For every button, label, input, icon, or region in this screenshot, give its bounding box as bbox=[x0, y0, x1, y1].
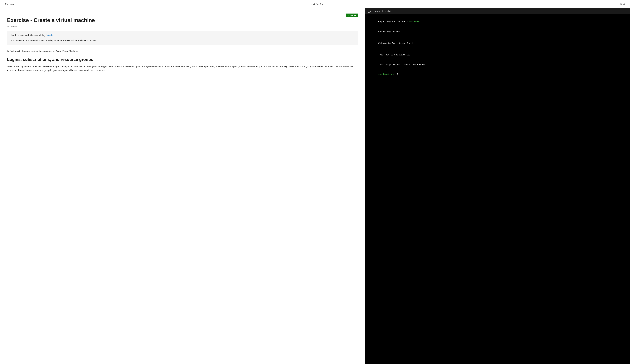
shell-line-3: Welcome to Azure Cloud Shell bbox=[368, 38, 627, 48]
shell-line-1-success: Succeeded. bbox=[409, 20, 422, 23]
sandbox-status-prefix: Sandbox activated! Time remaining: bbox=[10, 34, 46, 36]
shell-empty-2 bbox=[368, 48, 627, 50]
shell-line-4: Type "az" to use Azure CLI bbox=[368, 50, 627, 60]
xp-value: 100 XP bbox=[350, 14, 356, 16]
cloud-shell-panel: | Azure Cloud Shell Requesting a Cloud S… bbox=[365, 8, 630, 364]
shell-line-4-text: Type "az" to use Azure CLI bbox=[378, 54, 410, 56]
shell-prompt-line: sandbox@Azure:~$ bbox=[368, 73, 627, 76]
shell-prompt-user: sandbox@Azure bbox=[378, 73, 394, 75]
sandbox-usage-text: You have used 2 of 10 sandboxes for toda… bbox=[10, 39, 354, 42]
top-navigation: ‹ Previous Unit 2 of 9 ∨ Next › bbox=[0, 0, 630, 8]
previous-label: Previous bbox=[5, 3, 14, 5]
sandbox-time-link[interactable]: 58 min bbox=[46, 34, 53, 36]
shell-empty-3 bbox=[368, 70, 627, 71]
lesson-panel: ✓ 100 XP Exercise - Create a virtual mac… bbox=[0, 8, 365, 364]
shell-line-3-text: Welcome to Azure Cloud Shell bbox=[378, 42, 413, 44]
shell-title: Azure Cloud Shell bbox=[375, 10, 392, 12]
previous-button[interactable]: ‹ Previous bbox=[4, 3, 14, 5]
shell-refresh-icon[interactable] bbox=[368, 10, 371, 13]
shell-line-2-text: Connecting terminal... bbox=[378, 30, 406, 33]
sandbox-status: Sandbox activated! Time remaining: 58 mi… bbox=[10, 34, 354, 36]
body-text-italic: resource group bbox=[296, 65, 312, 68]
sandbox-info-box: Sandbox activated! Time remaining: 58 mi… bbox=[7, 31, 358, 45]
unit-dropdown-icon: ∨ bbox=[322, 3, 323, 5]
previous-chevron-icon: ‹ bbox=[4, 3, 4, 5]
intro-text: Let's start with the most obvious task: … bbox=[7, 49, 358, 53]
next-button[interactable]: Next › bbox=[620, 3, 626, 5]
lesson-duration: 10 minutes bbox=[7, 25, 358, 27]
shell-line-2: Connecting terminal... bbox=[368, 27, 627, 36]
shell-line-5: Type "help" to learn about Cloud Shell bbox=[368, 60, 627, 70]
body-text: You'll be working in the Azure Cloud She… bbox=[7, 64, 358, 72]
shell-line-5-text: Type "help" to learn about Cloud Shell bbox=[378, 63, 425, 66]
lesson-title: Exercise - Create a virtual machine bbox=[7, 17, 358, 23]
main-area: ✓ 100 XP Exercise - Create a virtual mac… bbox=[0, 8, 630, 364]
check-icon: ✓ bbox=[348, 14, 349, 16]
shell-prompt-separator: :~$ bbox=[394, 73, 398, 75]
shell-empty-1 bbox=[368, 36, 627, 38]
unit-label: Unit 2 of 9 bbox=[311, 3, 321, 5]
next-label: Next bbox=[620, 3, 625, 5]
shell-header: | Azure Cloud Shell bbox=[365, 8, 630, 14]
xp-badge: ✓ 100 XP bbox=[346, 13, 358, 17]
shell-terminal[interactable]: Requesting a Cloud Shell.Succeeded. Conn… bbox=[365, 14, 630, 364]
shell-header-divider: | bbox=[372, 10, 373, 13]
section-heading: Logins, subscriptions, and resource grou… bbox=[7, 57, 358, 62]
body-text-part1: You'll be working in the Azure Cloud She… bbox=[7, 65, 296, 68]
next-chevron-icon: › bbox=[626, 3, 626, 5]
unit-selector[interactable]: Unit 2 of 9 ∨ bbox=[311, 3, 323, 5]
shell-line-1-prefix: Requesting a Cloud Shell. bbox=[378, 20, 409, 23]
shell-line-1: Requesting a Cloud Shell.Succeeded. bbox=[368, 17, 627, 27]
